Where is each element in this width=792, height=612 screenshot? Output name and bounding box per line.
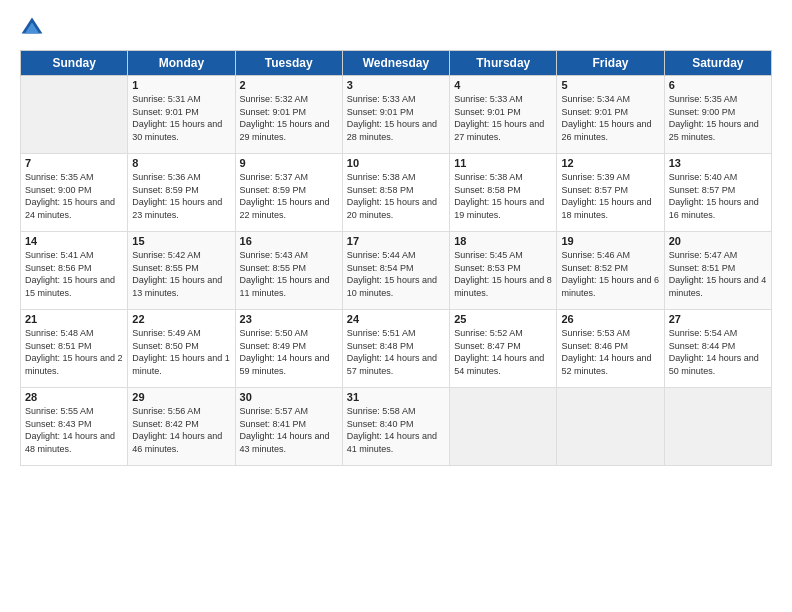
calendar-cell: 1Sunrise: 5:31 AMSunset: 9:01 PMDaylight… (128, 76, 235, 154)
day-number: 26 (561, 313, 659, 325)
day-info: Sunrise: 5:58 AMSunset: 8:40 PMDaylight:… (347, 405, 445, 455)
day-number: 4 (454, 79, 552, 91)
header-friday: Friday (557, 51, 664, 76)
day-info: Sunrise: 5:54 AMSunset: 8:44 PMDaylight:… (669, 327, 767, 377)
day-info: Sunrise: 5:33 AMSunset: 9:01 PMDaylight:… (347, 93, 445, 143)
week-row-1: 7Sunrise: 5:35 AMSunset: 9:00 PMDaylight… (21, 154, 772, 232)
day-number: 3 (347, 79, 445, 91)
calendar-cell: 25Sunrise: 5:52 AMSunset: 8:47 PMDayligh… (450, 310, 557, 388)
calendar-cell: 3Sunrise: 5:33 AMSunset: 9:01 PMDaylight… (342, 76, 449, 154)
day-info: Sunrise: 5:50 AMSunset: 8:49 PMDaylight:… (240, 327, 338, 377)
day-number: 11 (454, 157, 552, 169)
day-number: 27 (669, 313, 767, 325)
day-info: Sunrise: 5:48 AMSunset: 8:51 PMDaylight:… (25, 327, 123, 377)
calendar-table: SundayMondayTuesdayWednesdayThursdayFrid… (20, 50, 772, 466)
day-info: Sunrise: 5:36 AMSunset: 8:59 PMDaylight:… (132, 171, 230, 221)
day-info: Sunrise: 5:35 AMSunset: 9:00 PMDaylight:… (25, 171, 123, 221)
calendar-cell (557, 388, 664, 466)
day-info: Sunrise: 5:52 AMSunset: 8:47 PMDaylight:… (454, 327, 552, 377)
calendar-cell: 20Sunrise: 5:47 AMSunset: 8:51 PMDayligh… (664, 232, 771, 310)
day-info: Sunrise: 5:34 AMSunset: 9:01 PMDaylight:… (561, 93, 659, 143)
header-saturday: Saturday (664, 51, 771, 76)
day-number: 20 (669, 235, 767, 247)
day-number: 28 (25, 391, 123, 403)
day-info: Sunrise: 5:43 AMSunset: 8:55 PMDaylight:… (240, 249, 338, 299)
day-number: 15 (132, 235, 230, 247)
calendar-cell: 4Sunrise: 5:33 AMSunset: 9:01 PMDaylight… (450, 76, 557, 154)
week-row-3: 21Sunrise: 5:48 AMSunset: 8:51 PMDayligh… (21, 310, 772, 388)
day-info: Sunrise: 5:38 AMSunset: 8:58 PMDaylight:… (347, 171, 445, 221)
calendar-cell: 11Sunrise: 5:38 AMSunset: 8:58 PMDayligh… (450, 154, 557, 232)
day-number: 16 (240, 235, 338, 247)
day-number: 31 (347, 391, 445, 403)
calendar-cell: 28Sunrise: 5:55 AMSunset: 8:43 PMDayligh… (21, 388, 128, 466)
calendar-cell: 7Sunrise: 5:35 AMSunset: 9:00 PMDaylight… (21, 154, 128, 232)
day-info: Sunrise: 5:39 AMSunset: 8:57 PMDaylight:… (561, 171, 659, 221)
week-row-4: 28Sunrise: 5:55 AMSunset: 8:43 PMDayligh… (21, 388, 772, 466)
day-info: Sunrise: 5:55 AMSunset: 8:43 PMDaylight:… (25, 405, 123, 455)
header-monday: Monday (128, 51, 235, 76)
day-info: Sunrise: 5:37 AMSunset: 8:59 PMDaylight:… (240, 171, 338, 221)
header-sunday: Sunday (21, 51, 128, 76)
calendar-cell: 27Sunrise: 5:54 AMSunset: 8:44 PMDayligh… (664, 310, 771, 388)
day-number: 30 (240, 391, 338, 403)
calendar-cell: 21Sunrise: 5:48 AMSunset: 8:51 PMDayligh… (21, 310, 128, 388)
calendar-cell: 10Sunrise: 5:38 AMSunset: 8:58 PMDayligh… (342, 154, 449, 232)
day-number: 10 (347, 157, 445, 169)
calendar-cell: 18Sunrise: 5:45 AMSunset: 8:53 PMDayligh… (450, 232, 557, 310)
calendar-cell: 15Sunrise: 5:42 AMSunset: 8:55 PMDayligh… (128, 232, 235, 310)
day-number: 14 (25, 235, 123, 247)
calendar-cell: 5Sunrise: 5:34 AMSunset: 9:01 PMDaylight… (557, 76, 664, 154)
calendar-cell: 2Sunrise: 5:32 AMSunset: 9:01 PMDaylight… (235, 76, 342, 154)
calendar-cell (450, 388, 557, 466)
day-info: Sunrise: 5:32 AMSunset: 9:01 PMDaylight:… (240, 93, 338, 143)
calendar-cell (664, 388, 771, 466)
calendar-cell: 6Sunrise: 5:35 AMSunset: 9:00 PMDaylight… (664, 76, 771, 154)
day-info: Sunrise: 5:46 AMSunset: 8:52 PMDaylight:… (561, 249, 659, 299)
day-number: 25 (454, 313, 552, 325)
day-number: 6 (669, 79, 767, 91)
day-number: 22 (132, 313, 230, 325)
header-wednesday: Wednesday (342, 51, 449, 76)
calendar-cell: 22Sunrise: 5:49 AMSunset: 8:50 PMDayligh… (128, 310, 235, 388)
day-number: 7 (25, 157, 123, 169)
calendar-cell: 14Sunrise: 5:41 AMSunset: 8:56 PMDayligh… (21, 232, 128, 310)
logo (20, 16, 48, 40)
day-info: Sunrise: 5:56 AMSunset: 8:42 PMDaylight:… (132, 405, 230, 455)
calendar-cell: 19Sunrise: 5:46 AMSunset: 8:52 PMDayligh… (557, 232, 664, 310)
calendar-cell: 24Sunrise: 5:51 AMSunset: 8:48 PMDayligh… (342, 310, 449, 388)
calendar-cell: 8Sunrise: 5:36 AMSunset: 8:59 PMDaylight… (128, 154, 235, 232)
day-info: Sunrise: 5:44 AMSunset: 8:54 PMDaylight:… (347, 249, 445, 299)
day-number: 1 (132, 79, 230, 91)
header-tuesday: Tuesday (235, 51, 342, 76)
calendar-cell: 12Sunrise: 5:39 AMSunset: 8:57 PMDayligh… (557, 154, 664, 232)
calendar-cell: 23Sunrise: 5:50 AMSunset: 8:49 PMDayligh… (235, 310, 342, 388)
day-info: Sunrise: 5:45 AMSunset: 8:53 PMDaylight:… (454, 249, 552, 299)
day-info: Sunrise: 5:41 AMSunset: 8:56 PMDaylight:… (25, 249, 123, 299)
day-number: 17 (347, 235, 445, 247)
week-row-0: 1Sunrise: 5:31 AMSunset: 9:01 PMDaylight… (21, 76, 772, 154)
calendar-cell: 26Sunrise: 5:53 AMSunset: 8:46 PMDayligh… (557, 310, 664, 388)
day-number: 29 (132, 391, 230, 403)
day-number: 5 (561, 79, 659, 91)
day-info: Sunrise: 5:35 AMSunset: 9:00 PMDaylight:… (669, 93, 767, 143)
calendar-cell: 17Sunrise: 5:44 AMSunset: 8:54 PMDayligh… (342, 232, 449, 310)
day-number: 2 (240, 79, 338, 91)
day-info: Sunrise: 5:42 AMSunset: 8:55 PMDaylight:… (132, 249, 230, 299)
day-info: Sunrise: 5:47 AMSunset: 8:51 PMDaylight:… (669, 249, 767, 299)
calendar-cell: 9Sunrise: 5:37 AMSunset: 8:59 PMDaylight… (235, 154, 342, 232)
calendar-cell: 16Sunrise: 5:43 AMSunset: 8:55 PMDayligh… (235, 232, 342, 310)
calendar-header-row: SundayMondayTuesdayWednesdayThursdayFrid… (21, 51, 772, 76)
day-info: Sunrise: 5:49 AMSunset: 8:50 PMDaylight:… (132, 327, 230, 377)
calendar-cell: 29Sunrise: 5:56 AMSunset: 8:42 PMDayligh… (128, 388, 235, 466)
day-number: 12 (561, 157, 659, 169)
day-info: Sunrise: 5:33 AMSunset: 9:01 PMDaylight:… (454, 93, 552, 143)
day-number: 8 (132, 157, 230, 169)
day-info: Sunrise: 5:51 AMSunset: 8:48 PMDaylight:… (347, 327, 445, 377)
day-info: Sunrise: 5:53 AMSunset: 8:46 PMDaylight:… (561, 327, 659, 377)
day-info: Sunrise: 5:38 AMSunset: 8:58 PMDaylight:… (454, 171, 552, 221)
calendar-cell: 13Sunrise: 5:40 AMSunset: 8:57 PMDayligh… (664, 154, 771, 232)
day-number: 9 (240, 157, 338, 169)
logo-icon (20, 16, 44, 40)
day-number: 23 (240, 313, 338, 325)
